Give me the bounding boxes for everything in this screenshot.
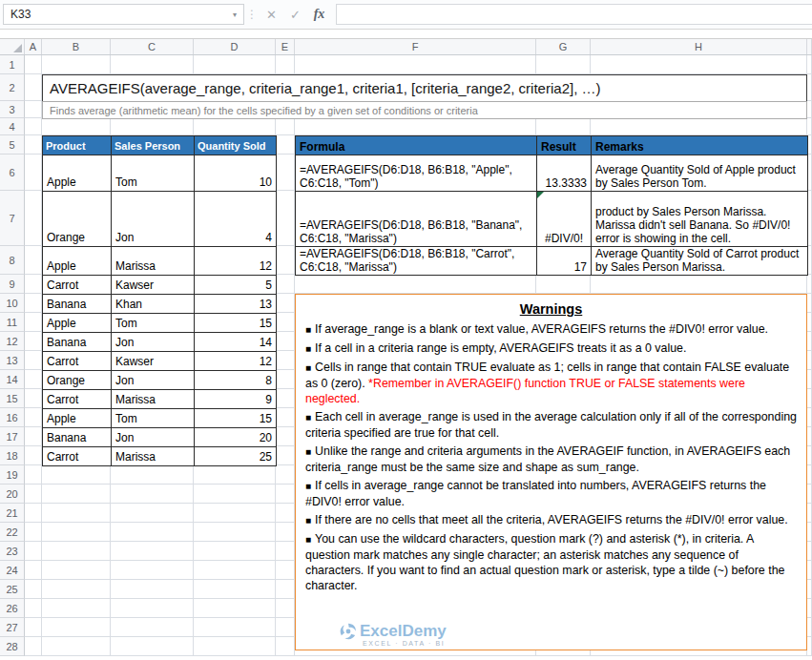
grid-cell[interactable] bbox=[276, 561, 295, 580]
grid-cell[interactable] bbox=[276, 370, 295, 389]
header-cell-result[interactable]: Result bbox=[537, 136, 592, 155]
grid-cell[interactable] bbox=[42, 618, 111, 637]
row-header-15[interactable]: 15 bbox=[0, 389, 25, 408]
grid-cell[interactable] bbox=[42, 542, 111, 561]
grid-cell[interactable] bbox=[276, 446, 295, 465]
grid-cell[interactable] bbox=[25, 408, 42, 427]
grid-cell[interactable] bbox=[111, 55, 194, 74]
column-header-A[interactable]: A bbox=[25, 39, 42, 54]
column-header-partial[interactable] bbox=[807, 39, 812, 54]
column-header-F[interactable]: F bbox=[295, 39, 536, 54]
grid-cell[interactable] bbox=[42, 561, 111, 580]
grid-cell[interactable] bbox=[276, 332, 295, 351]
grid-cell[interactable] bbox=[276, 580, 295, 599]
grid-cell[interactable] bbox=[25, 101, 42, 118]
grid-cell[interactable] bbox=[807, 55, 812, 74]
row-header-13[interactable]: 13 bbox=[0, 351, 25, 370]
cell-qty[interactable]: 5 bbox=[195, 276, 277, 295]
row-header-2[interactable]: 2 bbox=[0, 74, 25, 101]
cell-qty[interactable]: 15 bbox=[195, 409, 277, 428]
row-header-21[interactable]: 21 bbox=[0, 504, 25, 523]
grid-cell[interactable] bbox=[194, 55, 276, 74]
header-cell-sales-person[interactable]: Sales Person bbox=[112, 136, 195, 155]
cell-person[interactable]: Jon bbox=[112, 192, 195, 247]
grid-cell[interactable] bbox=[276, 118, 295, 135]
row-header-20[interactable]: 20 bbox=[0, 485, 25, 504]
row-header-28[interactable]: 28 bbox=[0, 637, 25, 656]
grid-cell[interactable] bbox=[295, 118, 536, 135]
row-header-7[interactable]: 7 bbox=[0, 191, 25, 246]
cell-qty[interactable]: 8 bbox=[195, 371, 277, 390]
grid-cell[interactable] bbox=[111, 599, 194, 618]
grid-cell[interactable] bbox=[25, 370, 42, 389]
cell-person[interactable]: Jon bbox=[112, 371, 195, 390]
grid-cell[interactable] bbox=[276, 294, 295, 313]
cell-person[interactable]: Marissa bbox=[112, 390, 195, 409]
grid-cell[interactable] bbox=[807, 618, 812, 637]
row-header-16[interactable]: 16 bbox=[0, 408, 25, 427]
formula-input[interactable] bbox=[336, 4, 812, 25]
grid-cell[interactable] bbox=[807, 294, 812, 313]
column-header-B[interactable]: B bbox=[42, 39, 111, 54]
cell-product[interactable]: Apple bbox=[43, 247, 112, 276]
cell-product[interactable]: Banana bbox=[43, 333, 112, 352]
row-header-9[interactable]: 9 bbox=[0, 275, 25, 294]
cell-result[interactable]: 17 bbox=[537, 247, 592, 276]
grid-cell[interactable] bbox=[276, 135, 295, 155]
grid-cell[interactable] bbox=[25, 191, 42, 246]
grid-cell[interactable] bbox=[25, 74, 42, 101]
cell-remarks[interactable]: product by Sales Person Marissa. Marissa… bbox=[592, 192, 808, 247]
cell-person[interactable]: Tom bbox=[112, 314, 195, 333]
grid-cell[interactable] bbox=[807, 523, 812, 542]
row-header-25[interactable]: 25 bbox=[0, 580, 25, 599]
row-header-23[interactable]: 23 bbox=[0, 542, 25, 561]
row-header-3[interactable]: 3 bbox=[0, 101, 25, 118]
chevron-down-icon[interactable]: ▾ bbox=[233, 10, 237, 19]
grid-cell[interactable] bbox=[276, 637, 295, 656]
grid-cell[interactable] bbox=[25, 389, 42, 408]
grid-cell[interactable] bbox=[807, 389, 812, 408]
grid-cell[interactable] bbox=[42, 118, 111, 135]
name-box[interactable]: K33 ▾ bbox=[3, 4, 244, 25]
grid-cell[interactable] bbox=[807, 561, 812, 580]
cell-product[interactable]: Carrot bbox=[43, 390, 112, 409]
grid-cell[interactable] bbox=[25, 561, 42, 580]
cell-qty[interactable]: 25 bbox=[195, 447, 277, 466]
warnings-box[interactable]: Warnings ■If average_range is a blank or… bbox=[295, 294, 807, 650]
grid-cell[interactable] bbox=[194, 118, 276, 135]
cell-result[interactable]: #DIV/0! bbox=[537, 192, 592, 247]
grid-cell[interactable] bbox=[807, 446, 812, 465]
cell-product[interactable]: Orange bbox=[43, 192, 112, 247]
cell-person[interactable]: Khan bbox=[112, 295, 195, 314]
row-header-1[interactable]: 1 bbox=[0, 55, 25, 74]
grid-cell[interactable] bbox=[276, 504, 295, 523]
grid-cell[interactable] bbox=[42, 465, 111, 485]
grid-cell[interactable] bbox=[807, 275, 812, 294]
grid-cell[interactable] bbox=[25, 485, 42, 504]
cell-result[interactable]: 13.3333 bbox=[537, 155, 592, 192]
grid-cell[interactable] bbox=[276, 275, 295, 294]
grid-cell[interactable] bbox=[42, 504, 111, 523]
grid-cell[interactable] bbox=[25, 580, 42, 599]
cell-qty[interactable]: 12 bbox=[195, 352, 277, 371]
cell-formula[interactable]: =AVERAGEIFS(D6:D18, B6:B18, "Banana", C6… bbox=[296, 192, 537, 247]
grid-cell[interactable] bbox=[194, 542, 276, 561]
row-header-27[interactable]: 27 bbox=[0, 618, 25, 637]
grid-cell[interactable] bbox=[194, 523, 276, 542]
grid-cell[interactable] bbox=[194, 637, 276, 656]
header-cell-remarks[interactable]: Remarks bbox=[592, 136, 808, 155]
row-header-22[interactable]: 22 bbox=[0, 523, 25, 542]
grid-cell[interactable] bbox=[807, 101, 812, 118]
grid-cell[interactable] bbox=[807, 465, 812, 485]
grid-cell[interactable] bbox=[807, 370, 812, 389]
row-header-19[interactable]: 19 bbox=[0, 465, 25, 485]
row-header-24[interactable]: 24 bbox=[0, 561, 25, 580]
grid-cell[interactable] bbox=[25, 427, 42, 446]
cell-qty[interactable]: 12 bbox=[195, 247, 277, 276]
grid-cell[interactable] bbox=[536, 118, 591, 135]
grid-cell[interactable] bbox=[42, 637, 111, 656]
cell-product[interactable]: Carrot bbox=[43, 352, 112, 371]
grid-cell[interactable] bbox=[276, 313, 295, 332]
grid-cell[interactable] bbox=[536, 275, 591, 294]
cell-person[interactable]: Kawser bbox=[112, 352, 195, 371]
